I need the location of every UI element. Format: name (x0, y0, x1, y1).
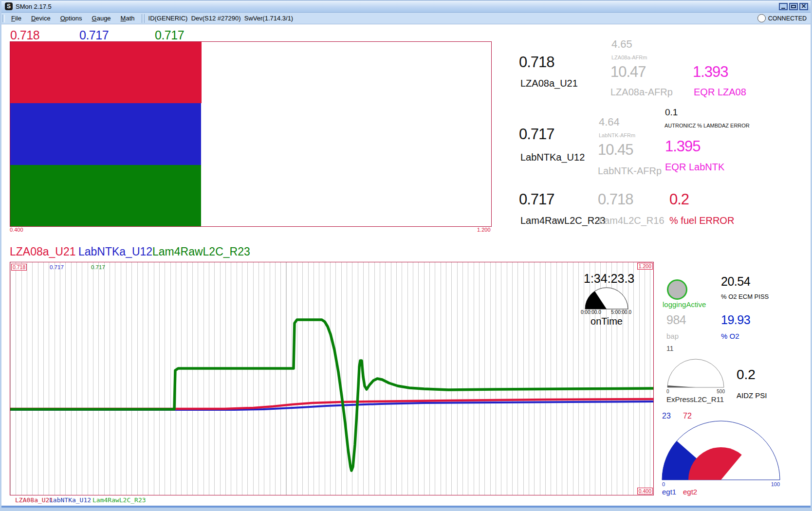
menu-options[interactable]: Options (55, 14, 87, 23)
barchart-min-label: 0.400 (10, 227, 23, 233)
chart-max-label: 1.200 (637, 263, 653, 270)
express-min-label: 0 (666, 389, 669, 394)
egt1-value: 23 (662, 412, 671, 420)
lambda-bar-chart (10, 41, 492, 227)
chart-label-lam4raw: 0.717 (91, 264, 105, 270)
minimize-button[interactable] (779, 3, 788, 10)
label-lza08a-afrp: LZA08a-AFRp (610, 87, 673, 98)
label-lam4rawl2c-r23: Lam4RawL2C_R23 (520, 215, 606, 226)
maximize-button[interactable] (789, 3, 798, 10)
readout-lza08a: 0.718 (10, 28, 39, 42)
label-lza08a-afrm: LZA08a-AFRm (611, 55, 647, 60)
bar-lam4rawl2c-r23 (10, 165, 201, 226)
close-button[interactable] (799, 3, 808, 10)
misc-value: 11 (666, 345, 674, 352)
aidz-label: AIDZ PSI (737, 391, 767, 400)
menubar: File Device Options Gauge Math ID(GENERI… (1, 13, 811, 24)
value-autronicz-error: 0.1 (665, 107, 678, 118)
egt-max-label: 100 (771, 481, 780, 487)
connection-indicator-icon (757, 14, 766, 22)
time-series-chart: 0.718 0.717 0.717 1.200 0.400 (10, 262, 654, 495)
toolbar-grip (2, 15, 5, 22)
label-labntka-u12: LabNTKa_U12 (520, 152, 585, 163)
app-icon: S (5, 2, 13, 10)
label-eqr-labntk: EQR LabNTK (665, 162, 724, 173)
o2-label: % O2 (721, 332, 739, 340)
express-gauge-title: ExPressL2C_R11 (666, 395, 724, 403)
menubar-separator (142, 14, 145, 23)
window-bottom-frame (1, 506, 811, 511)
barchart-max-label: 1.200 (477, 227, 491, 233)
value-labntka-u12: 0.717 (519, 126, 554, 143)
titlebar: S SMon 2.17.5 (1, 0, 811, 13)
ontime-max-label: 5:00:00.0 (611, 310, 631, 315)
label-labntk-afrm: LabNTK-AFRm (599, 132, 635, 138)
legend-labntka: LabNTKa_U12 (78, 245, 152, 258)
label-eqr-lza08: EQR LZA08 (694, 87, 746, 98)
label-fuel-error: % fuel ERROR (669, 215, 734, 226)
chart-min-label: 0.400 (637, 488, 653, 494)
o2-value: 19.93 (721, 313, 750, 327)
value-lam4l2c-r16: 0.718 (598, 191, 633, 208)
egt2-label: egt2 (683, 488, 697, 496)
smon-window: S SMon 2.17.5 File Device Options Gauge … (0, 0, 812, 511)
legend-lza08a: LZA08a_U21 (10, 245, 76, 258)
readout-lam4raw: 0.717 (155, 28, 184, 42)
connection-status: CONNECTED (757, 14, 807, 22)
egt2-value: 72 (683, 412, 692, 420)
chart-label-lza08a: 0.718 (11, 264, 27, 271)
value-eqr-labntk: 1.395 (665, 138, 701, 155)
chart-lines (10, 262, 653, 495)
bap-label: bap (666, 332, 679, 340)
value-lza08a-u21: 0.718 (519, 54, 554, 71)
egt-min-label: 0 (662, 481, 665, 487)
value-lam4rawl2c-r23: 0.717 (519, 191, 554, 208)
bap-value: 984 (666, 313, 686, 327)
express-max-label: 500 (717, 389, 725, 394)
value-eqr-lza08: 1.393 (693, 63, 728, 81)
menu-device[interactable]: Device (26, 14, 55, 23)
value-lza08a-afrp: 10.47 (610, 63, 646, 81)
egt-gauge (661, 420, 781, 481)
logging-active-indicator[interactable] (667, 279, 687, 300)
bottom-legend-labntka: LabNTKa_U12 (49, 496, 91, 504)
logging-active-label: loggingActive (663, 300, 706, 309)
ontime-gauge (584, 287, 629, 310)
o2ecm-value: 20.54 (721, 274, 750, 289)
value-labntk-afrp: 10.45 (598, 141, 633, 159)
o2ecm-label: % O2 ECM PISS (721, 293, 769, 300)
label-autronicz-error: AUTRONICZ % LAMBDAZ ERROR (664, 123, 750, 128)
bar-lza08a-u21 (10, 42, 202, 103)
express-gauge (666, 358, 726, 389)
window-title: SMon 2.17.5 (16, 3, 52, 10)
connection-label: CONNECTED (768, 15, 807, 22)
value-lza08a-afrm: 4.65 (611, 38, 632, 51)
value-labntk-afrm: 4.64 (599, 116, 620, 128)
chart-label-labntka: 0.717 (50, 264, 64, 270)
bottom-legend-lza08a: LZA08a_U21 (15, 496, 53, 504)
ontime-min-label: 0:00:00.0 (581, 310, 601, 315)
bar-labntka-u12 (10, 103, 201, 164)
ontime-title: onTime (584, 316, 629, 327)
label-lza08a-u21: LZA08a_U21 (520, 78, 578, 89)
readout-labntka: 0.717 (79, 28, 109, 42)
menu-file[interactable]: File (6, 14, 26, 23)
menu-gauge[interactable]: Gauge (87, 14, 116, 23)
label-lam4l2c-r16: Lam4L2C_R16 (599, 215, 664, 226)
device-status: ID(GENERIC) Dev(S12 #27290) SwVer(1.714.… (148, 15, 294, 22)
bottom-legend-lam4raw: Lam4RawL2C_R23 (92, 496, 146, 504)
value-fuel-error: 0.2 (669, 191, 689, 208)
aidz-value: 0.2 (737, 367, 756, 383)
label-labntk-afrp: LabNTK-AFRp (598, 165, 662, 177)
menu-math[interactable]: Math (116, 14, 140, 23)
egt1-label: egt1 (662, 488, 676, 496)
ontime-value: 1:34:23.3 (584, 272, 634, 286)
legend-lam4raw: Lam4RawL2C_R23 (152, 245, 250, 258)
